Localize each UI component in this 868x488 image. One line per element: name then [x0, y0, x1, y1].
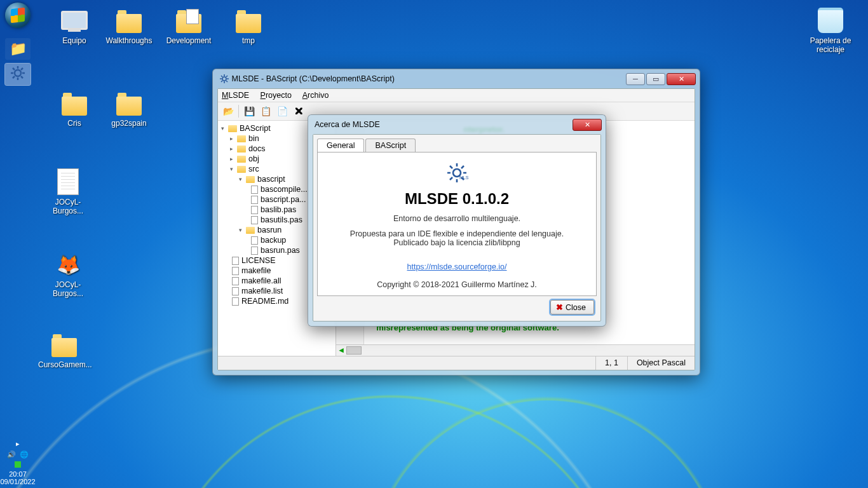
svg-point-1 [222, 77, 226, 81]
tree-item[interactable]: bascript [257, 175, 285, 184]
network-icon[interactable]: 🌐 [20, 451, 29, 459]
tree-item[interactable]: obj [248, 154, 259, 163]
label: Cris [48, 119, 100, 128]
tree-item[interactable]: makefile [241, 266, 271, 275]
status-language: Object Pascal [627, 356, 695, 370]
tree-item[interactable]: LICENSE [241, 256, 276, 265]
maximize-button[interactable]: ▭ [646, 73, 665, 85]
tool-delete-icon[interactable]: 🗙 [292, 105, 305, 118]
taskbar-mlsde[interactable] [5, 64, 31, 85]
label: Equipo [48, 37, 100, 46]
about-line2: Propuesta para un IDE flexible e indepen… [333, 229, 581, 238]
tree-item[interactable]: baslib.pas [261, 205, 296, 214]
gear-icon [9, 64, 27, 82]
desktop-icon-tmp[interactable]: tmp [222, 5, 275, 46]
tree-item[interactable]: bascompile... [261, 185, 308, 194]
tab-bascript[interactable]: BAScript [365, 139, 416, 152]
menu-archivo[interactable]: Archivo [302, 91, 329, 100]
dialog-close-x[interactable]: ✕ [573, 119, 602, 131]
label: gp32spain [103, 119, 155, 128]
tree-item[interactable]: docs [248, 144, 265, 153]
close-button[interactable]: ✖ Close [550, 300, 594, 315]
taskbar: 📁 ▸ 🔊🌐 20:07 09/01/2022 [0, 0, 36, 488]
desktop-icon-jocyl-ff[interactable]: 🦊JOCyL-Burgos... [42, 249, 94, 299]
dialog-titlebar[interactable]: Acerca de MLSDE ✕ [308, 115, 606, 134]
tray-time[interactable]: 20:07 [0, 470, 36, 478]
about-tabs: General BAScript [313, 135, 600, 152]
tree-item[interactable]: makefile.all [241, 276, 281, 285]
tray-date[interactable]: 09/01/2022 [0, 478, 36, 485]
app-icon [219, 74, 229, 84]
taskbar-explorer[interactable]: 📁 [5, 38, 31, 60]
tool-new-icon[interactable]: 📄 [276, 105, 288, 118]
tree-item[interactable]: basrun.pas [261, 246, 300, 255]
tree-item[interactable]: basrun [257, 226, 281, 234]
tool-copy-icon[interactable]: 📋 [259, 105, 272, 118]
tree-item[interactable]: basutils.pas [261, 215, 302, 224]
action-center-icon[interactable] [15, 461, 21, 468]
desktop-icon-gp32spain[interactable]: gp32spain [103, 88, 155, 128]
volume-icon[interactable]: 🔊 [7, 451, 16, 459]
app-logo-icon: MLS DE [445, 161, 468, 184]
about-copyright: Copyright © 2018-2021 Guillermo Martínez… [333, 280, 581, 289]
statusbar: 1, 1 Object Pascal [218, 356, 695, 370]
status-position: 1, 1 [595, 356, 627, 370]
desktop-icon-papelera[interactable]: Papelera de reciclaje [802, 5, 859, 55]
tree-item[interactable]: makefile.list [241, 287, 283, 295]
about-line3: Publicado bajo la licencia zlib/libpng [333, 238, 581, 247]
system-tray[interactable]: ▸ 🔊🌐 20:07 09/01/2022 [0, 437, 36, 488]
start-button[interactable] [5, 3, 31, 28]
tree-item[interactable]: bin [248, 134, 259, 143]
close-button[interactable]: ✕ [667, 73, 696, 85]
about-url[interactable]: https://mlsde.sourceforge.io/ [407, 262, 506, 271]
desktop-icon-jocyl-doc[interactable]: JOCyL-Burgos... [42, 166, 94, 216]
desktop-icon-cursogame[interactable]: CursoGamem... [38, 329, 90, 370]
minimize-button[interactable]: ─ [626, 73, 645, 85]
tree-item[interactable]: README.md [241, 297, 288, 306]
tree-item[interactable]: backup [261, 236, 286, 245]
close-icon: ✖ [556, 302, 563, 312]
svg-text:MLS DE: MLS DE [459, 175, 468, 180]
window-title: MLSDE - BAScript (C:\Development\BAScrip… [231, 74, 394, 83]
tree-item[interactable]: bascript.pa... [261, 195, 306, 204]
dialog-about: Acerca de MLSDE ✕ General BAScript MLS D… [308, 114, 606, 327]
tool-open-icon[interactable]: 📂 [222, 105, 234, 118]
about-body: MLS DE MLSDE 0.1.0.2 Entorno de desarrol… [317, 152, 597, 296]
label: JOCyL-Burgos... [42, 198, 94, 216]
menu-proyecto[interactable]: Proyecto [261, 91, 292, 100]
menubar: MLSDE Proyecto Archivo [218, 89, 695, 102]
svg-point-0 [15, 70, 21, 76]
desktop-icon-development[interactable]: Development [163, 5, 215, 46]
label: JOCyL-Burgos... [42, 281, 94, 299]
tray-arrow-icon[interactable]: ▸ [16, 440, 20, 448]
tab-general[interactable]: General [317, 139, 364, 152]
about-line1: Entorno de desarrollo multilenguaje. [333, 214, 581, 223]
label: Development [163, 37, 215, 46]
about-heading: MLSDE 0.1.0.2 [333, 190, 581, 208]
label: tmp [222, 37, 275, 46]
desktop-icon-walkthroughs[interactable]: Walkthroughs [103, 5, 155, 46]
tool-save-icon[interactable]: 💾 [243, 105, 255, 118]
titlebar[interactable]: MLSDE - BAScript (C:\Development\BAScrip… [213, 69, 700, 88]
label: Walkthroughs [103, 37, 155, 46]
label: Papelera de reciclaje [802, 37, 859, 55]
tree-root[interactable]: BAScript [240, 124, 271, 133]
desktop-icon-equipo[interactable]: Equipo [48, 5, 100, 46]
menu-mlsde[interactable]: MLSDE [222, 91, 249, 100]
label: CursoGamem... [38, 361, 90, 370]
dialog-title: Acerca de MLSDE [315, 120, 380, 129]
horizontal-scrollbar[interactable]: ◂ [336, 344, 695, 356]
close-label: Close [566, 303, 586, 312]
desktop-icon-cris[interactable]: Cris [48, 88, 100, 128]
tree-item[interactable]: src [248, 165, 259, 173]
